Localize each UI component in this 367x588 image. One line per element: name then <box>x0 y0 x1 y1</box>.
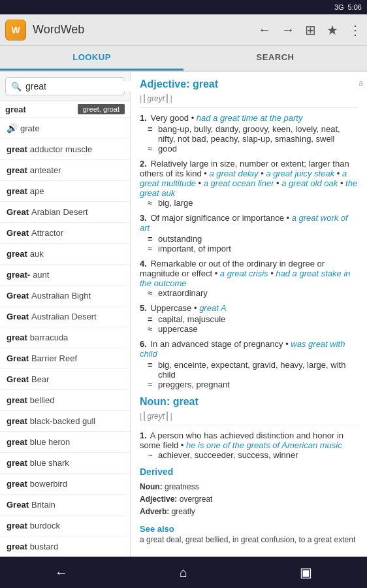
list-item[interactable]: great blue shark <box>0 453 130 474</box>
derived-noun: Noun: greatness <box>140 481 358 493</box>
derived-adjective: Adjective: overgreat <box>140 493 358 506</box>
list-item[interactable]: great barracuda <box>0 327 130 348</box>
search-icon: 🔍 <box>11 82 22 91</box>
bookmark-button[interactable]: ⊞ <box>305 22 316 38</box>
list-item[interactable]: Great Barrier Reef <box>0 348 130 369</box>
tab-search[interactable]: SEARCH <box>184 46 367 71</box>
adjective-heading: Adjective: great <box>140 78 358 90</box>
search-list: great adductor muscle great anteater gre… <box>0 139 130 557</box>
tab-bar: LOOKUP SEARCH <box>0 46 367 72</box>
network-indicator: 3G <box>334 3 344 11</box>
definition-item-1: 1. Very good • had a great time at the p… <box>140 113 358 154</box>
definition-item-2: 2. Relatively large in size, number or e… <box>140 159 358 208</box>
list-item[interactable]: Great Australian Bight <box>0 286 130 306</box>
list-item[interactable]: great burdock <box>0 515 130 536</box>
autocomplete-current: great <box>5 105 78 114</box>
adjective-definition-list: 1. Very good • had a great time at the p… <box>140 113 358 389</box>
see-also-text: a great deal, great bellied, in great co… <box>140 535 358 544</box>
search-input-wrapper: 🔍 ✕ <box>5 77 125 95</box>
status-bar: 3G 5:06 <box>0 0 367 14</box>
definition-item-6: 6. In an advanced stage of pregnancy • w… <box>140 339 358 389</box>
derived-adverb: Adverb: greatly <box>140 506 358 518</box>
list-item[interactable]: great bustard <box>0 536 130 557</box>
noun-definition-item-1: 1. A person who has achieved distinction… <box>140 431 358 460</box>
autocomplete-row[interactable]: great greet, groat <box>0 101 130 118</box>
right-panel[interactable]: a Adjective: great | greyt | 1. Very goo… <box>131 72 367 557</box>
noun-definition-list: 1. A person who has achieved distinction… <box>140 431 358 460</box>
app-title: WordWeb <box>33 23 258 37</box>
see-also-label: See also <box>140 524 358 534</box>
list-item[interactable]: great-aunt <box>0 265 130 286</box>
status-bar-right: 3G 5:06 <box>334 3 362 11</box>
list-item-grate[interactable]: 🔊 grate <box>0 118 130 139</box>
autocomplete-suggestion: greet, groat <box>78 104 125 114</box>
nav-back-button[interactable]: ← <box>42 557 81 588</box>
adjective-pronunciation: | greyt | <box>140 94 358 108</box>
list-item[interactable]: Great Britain <box>0 495 130 515</box>
title-bar: W WordWeb ← → ⊞ ★ ⋮ <box>0 14 367 46</box>
noun-heading: Noun: great <box>140 396 358 408</box>
list-item[interactable]: great anteater <box>0 160 130 181</box>
noun-pronunciation: | greyt | <box>140 412 358 425</box>
list-item[interactable]: Great Arabian Desert <box>0 202 130 223</box>
back-button[interactable]: ← <box>258 22 271 37</box>
search-box: 🔍 ✕ <box>0 72 130 101</box>
list-item[interactable]: Great Attractor <box>0 223 130 244</box>
list-item[interactable]: great bowerbird <box>0 474 130 495</box>
grate-label: grate <box>20 123 40 133</box>
time-display: 5:06 <box>348 3 362 11</box>
app-icon: W <box>5 20 26 41</box>
search-input[interactable] <box>25 81 140 91</box>
title-bar-actions: ← → ⊞ ★ ⋮ <box>258 22 362 38</box>
list-item[interactable]: Great Bear <box>0 369 130 390</box>
list-item[interactable]: great bellied <box>0 390 130 411</box>
list-item[interactable]: great blue heron <box>0 432 130 453</box>
see-also-section: See also a great deal, great bellied, in… <box>140 524 358 544</box>
forward-button[interactable]: → <box>281 22 295 37</box>
derived-heading: Derived <box>140 466 358 477</box>
tab-lookup[interactable]: LOOKUP <box>0 46 184 71</box>
menu-button[interactable]: ⋮ <box>349 22 362 38</box>
left-panel: 🔍 ✕ great greet, groat 🔊 grate great add… <box>0 72 131 557</box>
star-button[interactable]: ★ <box>327 22 338 38</box>
nav-home-button[interactable]: ⌂ <box>164 557 203 588</box>
list-item[interactable]: great ape <box>0 181 130 202</box>
derived-section: Derived Noun: greatness Adjective: overg… <box>140 466 358 519</box>
list-item[interactable]: great adductor muscle <box>0 139 130 160</box>
sound-icon: 🔊 <box>7 123 18 133</box>
definition-item-4: 4. Remarkable or out of the ordinary in … <box>140 259 358 298</box>
list-item[interactable]: great auk <box>0 244 130 265</box>
definition-item-5: 5. Uppercase • great A = capital, majusc… <box>140 303 358 334</box>
nav-recent-button[interactable]: ▣ <box>286 557 325 588</box>
bottom-nav: ← ⌂ ▣ <box>0 557 367 588</box>
list-item[interactable]: Great Australian Desert <box>0 306 130 327</box>
letter-indicator: a <box>359 78 363 88</box>
main-content: 🔍 ✕ great greet, groat 🔊 grate great add… <box>0 72 367 557</box>
list-item[interactable]: great black-backed gull <box>0 411 130 432</box>
definition-item-3: 3. Of major significance or importance •… <box>140 213 358 253</box>
